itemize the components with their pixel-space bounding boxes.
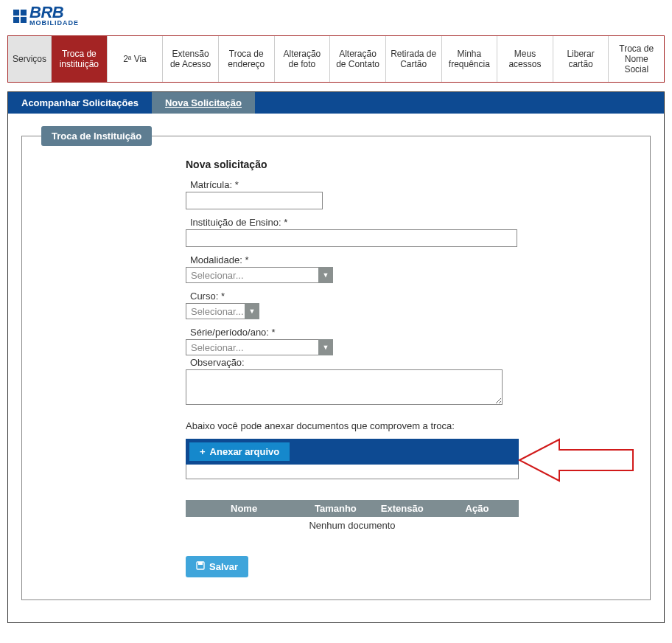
- curso-select-value: Selecionar...: [186, 303, 245, 319]
- observacao-label: Observação:: [190, 357, 519, 368]
- observacao-textarea[interactable]: [186, 369, 503, 405]
- chevron-down-icon: ▼: [318, 267, 333, 283]
- nav-troca-instituicao[interactable]: Troca de instituição: [52, 36, 108, 82]
- panel-content: Troca de Instituição Nova solicitação Ma…: [8, 114, 664, 622]
- matricula-input[interactable]: [186, 192, 323, 209]
- main-nav: Serviços Troca de instituição 2ª Via Ext…: [7, 35, 665, 83]
- nav-liberar-cartao[interactable]: Liberar cartão: [553, 36, 609, 82]
- empty-msg: Nenhum documento: [186, 517, 519, 534]
- tab-bar: Acompanhar Solicitações Nova Solicitação: [8, 92, 664, 114]
- serie-select[interactable]: Selecionar... ▼: [186, 339, 519, 355]
- documents-table: Nome Tamanho Extensão Ação Nenhum docume…: [186, 500, 519, 534]
- fieldset-troca: Troca de Instituição Nova solicitação Ma…: [21, 136, 651, 600]
- col-nome: Nome: [186, 500, 302, 517]
- serie-label: Série/período/ano:: [190, 327, 519, 338]
- brand-icon: [13, 10, 27, 23]
- nav-servicos[interactable]: Serviços: [8, 36, 52, 82]
- brand-logo: BRB MOBILIDADE: [13, 6, 672, 27]
- attach-drop-area[interactable]: [186, 465, 519, 479]
- salvar-label: Salvar: [209, 561, 238, 572]
- curso-select[interactable]: Selecionar... ▼: [186, 303, 519, 319]
- brand-name: BRB: [29, 6, 79, 19]
- save-icon: [196, 561, 205, 572]
- nav-segunda-via[interactable]: 2ª Via: [108, 36, 164, 82]
- chevron-down-icon: ▼: [318, 339, 333, 355]
- nav-alteracao-foto[interactable]: Alteração de foto: [275, 36, 331, 82]
- nav-troca-nome-social[interactable]: Troca de Nome Social: [609, 36, 664, 82]
- serie-select-value: Selecionar...: [186, 339, 318, 355]
- nav-extensao-acesso[interactable]: Extensão de Acesso: [163, 36, 219, 82]
- modalidade-select-value: Selecionar...: [186, 267, 318, 283]
- attach-bar: + Anexar arquivo: [186, 439, 519, 465]
- anexar-arquivo-label: Anexar arquivo: [210, 446, 280, 457]
- main-panel: Acompanhar Solicitações Nova Solicitação…: [7, 91, 665, 623]
- form-title: Nova solicitação: [186, 159, 519, 170]
- anexar-arquivo-button[interactable]: + Anexar arquivo: [189, 442, 290, 461]
- tab-acompanhar[interactable]: Acompanhar Solicitações: [8, 92, 152, 114]
- instituicao-label: Instituição de Ensino:: [190, 217, 519, 228]
- svg-rect-1: [21, 10, 27, 15]
- chevron-down-icon: ▼: [245, 303, 259, 319]
- nav-retirada-cartao[interactable]: Retirada de Cartão: [386, 36, 442, 82]
- modalidade-label: Modalidade:: [190, 254, 519, 265]
- nav-minha-frequencia[interactable]: Minha frequência: [442, 36, 498, 82]
- col-extensao: Extensão: [369, 500, 435, 517]
- col-acao: Ação: [435, 500, 519, 517]
- nav-alteracao-contato[interactable]: Alteração de Contato: [330, 36, 386, 82]
- attach-caption: Abaixo você pode anexar documentos que c…: [186, 420, 519, 431]
- brand-subtitle: MOBILIDADE: [29, 19, 79, 27]
- nav-meus-acessos[interactable]: Meus acessos: [497, 36, 553, 82]
- fieldset-legend: Troca de Instituição: [41, 126, 152, 146]
- col-tamanho: Tamanho: [302, 500, 368, 517]
- salvar-button[interactable]: Salvar: [186, 556, 248, 577]
- modalidade-select[interactable]: Selecionar... ▼: [186, 267, 519, 283]
- plus-icon: +: [200, 446, 206, 457]
- nav-troca-endereco[interactable]: Troca de endereço: [219, 36, 275, 82]
- svg-rect-5: [198, 562, 203, 565]
- matricula-label: Matrícula:: [190, 179, 519, 190]
- svg-rect-3: [21, 17, 27, 23]
- svg-rect-2: [13, 17, 19, 23]
- table-row-empty: Nenhum documento: [186, 517, 519, 534]
- curso-label: Curso:: [190, 291, 519, 302]
- instituicao-input[interactable]: [186, 229, 517, 247]
- tab-nova-solicitacao[interactable]: Nova Solicitação: [152, 92, 255, 114]
- svg-rect-0: [13, 10, 19, 15]
